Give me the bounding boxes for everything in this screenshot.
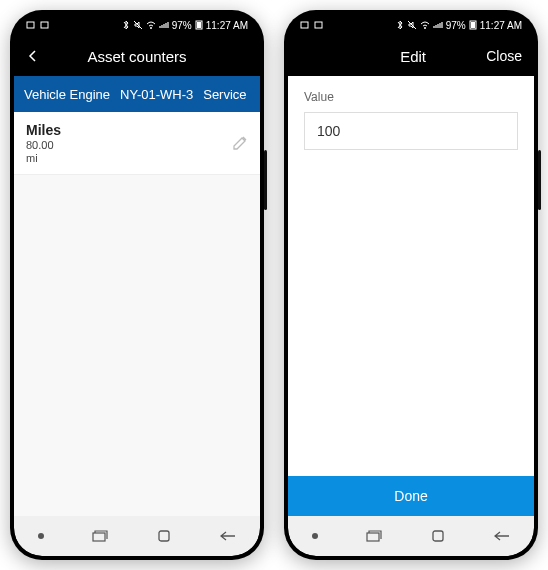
back-nav-button[interactable] (220, 528, 236, 544)
value-input[interactable] (304, 112, 518, 150)
svg-rect-11 (471, 22, 475, 28)
header-title: Edit (340, 48, 486, 65)
home-button[interactable] (156, 528, 172, 544)
battery-icon (195, 20, 203, 30)
svg-rect-6 (159, 531, 169, 541)
mute-icon (407, 20, 417, 30)
battery-icon (469, 20, 477, 30)
breadcrumb-asset-id: NY-01-WH-3 (120, 87, 193, 102)
phone-right: 97% 11:27 AM Edit Close Value Done (284, 10, 538, 560)
notification-icon (300, 20, 310, 30)
wifi-icon (146, 21, 156, 29)
nav-dot (312, 533, 318, 539)
signal-icon (159, 21, 169, 29)
header-title: Asset counters (46, 48, 228, 65)
svg-rect-7 (301, 22, 308, 28)
battery-text: 97% (172, 20, 192, 31)
bluetooth-icon (396, 20, 404, 30)
svg-rect-4 (197, 22, 201, 28)
value-label: Value (304, 90, 518, 104)
svg-rect-0 (27, 22, 34, 28)
svg-point-2 (150, 27, 152, 29)
android-nav-bar (14, 516, 260, 556)
counter-name: Miles (26, 122, 61, 138)
counter-row[interactable]: Miles 80.00 mi (14, 112, 260, 175)
status-bar: 97% 11:27 AM (14, 14, 260, 36)
svg-rect-1 (41, 22, 48, 28)
back-button[interactable] (26, 49, 46, 63)
svg-point-9 (424, 27, 426, 29)
app-header: Asset counters (14, 36, 260, 76)
mute-icon (133, 20, 143, 30)
battery-text: 97% (446, 20, 466, 31)
wifi-icon (420, 21, 430, 29)
android-nav-bar (288, 516, 534, 556)
bluetooth-icon (122, 20, 130, 30)
svg-rect-5 (93, 533, 105, 541)
nav-dot (38, 533, 44, 539)
done-button[interactable]: Done (288, 476, 534, 516)
breadcrumb-bar: Vehicle Engine NY-01-WH-3 Service (14, 76, 260, 112)
phone-screen: 97% 11:27 AM Edit Close Value Done (288, 14, 534, 556)
app-header: Edit Close (288, 36, 534, 76)
recent-apps-button[interactable] (92, 528, 108, 544)
notification-icon-2 (314, 20, 324, 30)
content-area: Value Done (288, 76, 534, 516)
recent-apps-button[interactable] (366, 528, 382, 544)
breadcrumb-asset-type: Vehicle Engine (24, 87, 110, 102)
svg-rect-8 (315, 22, 322, 28)
phone-left: 97% 11:27 AM Asset counters Vehicle Engi… (10, 10, 264, 560)
svg-rect-13 (433, 531, 443, 541)
phone-screen: 97% 11:27 AM Asset counters Vehicle Engi… (14, 14, 260, 556)
time-text: 11:27 AM (480, 20, 522, 31)
home-button[interactable] (430, 528, 446, 544)
content-area: Miles 80.00 mi (14, 112, 260, 516)
counter-value: 80.00 (26, 139, 61, 151)
edit-icon[interactable] (232, 135, 248, 151)
close-button[interactable]: Close (486, 48, 522, 64)
svg-rect-12 (367, 533, 379, 541)
status-bar: 97% 11:27 AM (288, 14, 534, 36)
notification-icon-2 (40, 20, 50, 30)
time-text: 11:27 AM (206, 20, 248, 31)
breadcrumb-work-type: Service (203, 87, 246, 102)
counter-unit: mi (26, 152, 61, 164)
signal-icon (433, 21, 443, 29)
back-nav-button[interactable] (494, 528, 510, 544)
notification-icon (26, 20, 36, 30)
